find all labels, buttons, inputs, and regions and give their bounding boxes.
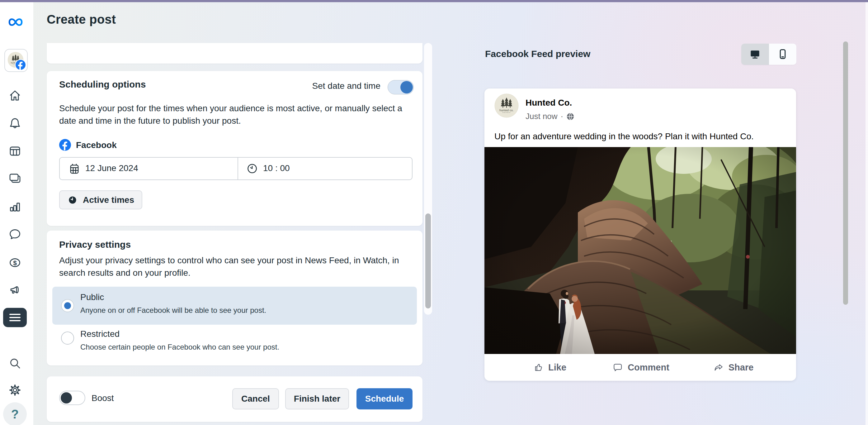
calendar-icon — [68, 163, 80, 174]
sidebar-item-insights[interactable] — [8, 200, 22, 214]
schedule-label: Schedule — [365, 394, 404, 404]
post-author-avatar: hunted co. — [494, 93, 519, 118]
option-label: Restricted — [80, 329, 120, 339]
meta-separator: · — [561, 112, 563, 121]
share-icon — [713, 362, 724, 373]
like-label: Like — [548, 362, 566, 373]
page-title: Create post — [47, 12, 116, 27]
cancel-label: Cancel — [241, 394, 270, 404]
posts-icon — [8, 171, 22, 185]
privacy-option-restricted[interactable]: Restricted Choose certain people on Face… — [52, 327, 417, 360]
active-times-label: Active times — [83, 195, 134, 205]
footer-action-bar: Boost Cancel Finish later Schedule — [47, 376, 423, 422]
search-icon — [8, 357, 22, 370]
boost-label: Boost — [92, 393, 114, 403]
privacy-option-public[interactable]: Public Anyone on or off Facebook will be… — [52, 287, 417, 325]
channel-label: Facebook — [76, 140, 117, 150]
privacy-settings-card: Privacy settings Adjust your privacy set… — [47, 231, 423, 366]
sidebar: hunted co. — [0, 2, 33, 425]
schedule-button[interactable]: Schedule — [356, 388, 412, 409]
mobile-icon — [776, 48, 789, 60]
desktop-preview-button[interactable] — [741, 44, 769, 65]
cancel-button[interactable]: Cancel — [232, 388, 279, 409]
post-timestamp: Just now — [526, 112, 558, 121]
post-image — [485, 147, 796, 354]
sidebar-item-meta-home[interactable] — [7, 15, 24, 29]
page-scrollbar-track — [866, 2, 868, 425]
svg-text:$: $ — [13, 259, 17, 266]
help-icon: ? — [11, 407, 19, 421]
facebook-icon — [59, 139, 71, 151]
radio-public-selected[interactable] — [61, 299, 74, 312]
post-author-name[interactable]: Hunted Co. — [526, 98, 572, 108]
option-description: Anyone on or off Facebook will be able t… — [80, 306, 266, 315]
set-date-time-label: Set date and time — [312, 81, 380, 91]
toggle-knob — [61, 392, 72, 403]
monetization-icon: $ — [8, 256, 22, 270]
option-description: Choose certain people on Facebook who ca… — [80, 343, 279, 351]
sidebar-item-ads[interactable] — [8, 284, 22, 297]
globe-icon — [566, 112, 575, 120]
time-value: 10 : 00 — [263, 163, 290, 173]
comment-icon — [612, 362, 623, 373]
meta-business-suite-window: hunted co. — [0, 0, 868, 425]
inbox-icon — [8, 227, 22, 241]
set-date-time-toggle[interactable] — [388, 80, 414, 94]
time-field[interactable]: 10 : 00 — [238, 158, 412, 179]
sidebar-item-notifications[interactable] — [8, 116, 22, 130]
clock-filled-icon — [67, 195, 78, 205]
like-button[interactable]: Like — [533, 354, 566, 381]
share-label: Share — [728, 362, 754, 373]
sidebar-item-monetization[interactable]: $ — [8, 256, 22, 270]
sidebar-item-planner[interactable] — [8, 144, 22, 158]
post-meta-row: Just now · — [526, 112, 575, 121]
active-times-button[interactable]: Active times — [59, 190, 142, 209]
insights-icon — [8, 200, 22, 214]
planner-icon — [8, 144, 22, 158]
bell-icon — [8, 116, 22, 130]
radio-restricted-unselected[interactable] — [61, 332, 74, 345]
gear-icon — [8, 383, 22, 397]
browser-top-strip — [0, 0, 868, 2]
scheduling-options-card: Scheduling options Set date and time Sch… — [47, 71, 423, 226]
scheduling-description: Schedule your post for the times when yo… — [59, 102, 417, 127]
meta-logo-icon — [7, 16, 24, 29]
facebook-badge-icon — [15, 59, 26, 70]
desktop-icon — [749, 48, 761, 60]
comment-label: Comment — [628, 362, 670, 373]
sidebar-item-settings[interactable] — [8, 383, 22, 397]
device-preview-toggle — [741, 44, 796, 65]
like-icon — [533, 362, 544, 373]
sidebar-item-all-tools[interactable] — [3, 308, 27, 327]
date-value: 12 June 2024 — [85, 163, 138, 173]
finish-later-button[interactable]: Finish later — [285, 388, 349, 409]
forest-wedding-photo — [485, 147, 796, 354]
comment-button[interactable]: Comment — [612, 354, 670, 381]
page-scrollbar-thumb[interactable] — [843, 41, 848, 305]
boost-toggle[interactable] — [59, 391, 85, 405]
menu-icon — [3, 308, 27, 327]
share-button[interactable]: Share — [713, 354, 754, 381]
date-field[interactable]: 12 June 2024 — [60, 158, 238, 179]
option-label: Public — [80, 292, 104, 302]
left-panel-scrollbar-thumb[interactable] — [425, 214, 431, 309]
sidebar-item-inbox[interactable] — [8, 227, 22, 241]
post-text: Up for an adventure wedding in the woods… — [494, 132, 754, 141]
date-time-row: 12 June 2024 10 : 00 — [59, 157, 412, 180]
sidebar-item-search[interactable] — [8, 357, 22, 370]
home-icon — [8, 89, 22, 103]
scrolled-card-partial — [47, 43, 423, 63]
finish-later-label: Finish later — [294, 394, 340, 404]
privacy-description: Adjust your privacy settings to control … — [59, 254, 417, 279]
sidebar-item-help[interactable]: ? — [3, 402, 27, 425]
sidebar-item-content[interactable] — [8, 171, 22, 185]
facebook-post-preview-card: hunted co. Hunted Co. Just now · Up for … — [485, 88, 796, 381]
clock-icon — [246, 163, 258, 174]
sidebar-item-home[interactable] — [8, 89, 22, 103]
sidebar-business-avatar[interactable]: hunted co. — [4, 49, 28, 72]
post-action-bar: Like Comment Share — [485, 354, 796, 381]
avatar-text: hunted co. — [499, 108, 514, 112]
ads-megaphone-icon — [8, 284, 22, 297]
mobile-preview-button[interactable] — [769, 44, 797, 65]
preview-title: Facebook Feed preview — [485, 49, 590, 59]
